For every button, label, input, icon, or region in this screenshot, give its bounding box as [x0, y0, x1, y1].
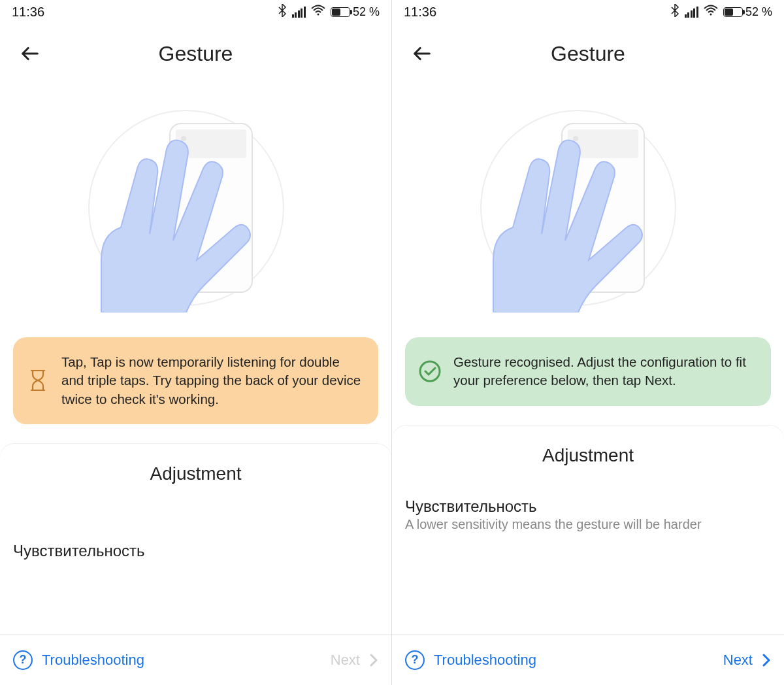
next-label: Next: [331, 652, 360, 669]
wifi-icon: [704, 5, 718, 20]
adjustment-title: Adjustment: [0, 463, 391, 484]
help-icon: ?: [405, 650, 425, 670]
battery-icon: 52 %: [723, 5, 772, 19]
sensitivity-label: Чувствительность: [13, 542, 378, 560]
status-card-text: Gesture recognised. Adjust the configura…: [453, 353, 758, 390]
signal-icon: [292, 7, 306, 18]
bluetooth-icon: [278, 4, 287, 20]
hand-icon: [467, 129, 650, 312]
status-time: 11:36: [12, 5, 44, 20]
status-time: 11:36: [404, 5, 436, 20]
status-bar: 11:36 52 %: [0, 0, 391, 24]
sensitivity-setting[interactable]: Чувствительность A lower sensitivity mea…: [392, 466, 784, 532]
screen-right: 11:36 52 % Gesture: [392, 0, 784, 685]
status-icons: 52 %: [278, 4, 380, 20]
back-button[interactable]: [409, 41, 435, 67]
troubleshooting-button[interactable]: ? Troubleshooting: [13, 650, 144, 670]
title-bar: Gesture: [392, 24, 784, 84]
svg-point-2: [420, 361, 440, 381]
status-card-listening: Tap, Tap is now temporarily listening fo…: [13, 337, 378, 424]
arrow-back-icon: [411, 42, 433, 65]
bottom-bar: ? Troubleshooting Next: [0, 634, 391, 685]
title-bar: Gesture: [0, 24, 391, 84]
next-label: Next: [723, 652, 753, 669]
troubleshooting-label: Troubleshooting: [42, 652, 144, 669]
svg-point-1: [710, 13, 711, 15]
page-title: Gesture: [0, 42, 391, 66]
sensitivity-label: Чувствительность: [405, 497, 771, 516]
back-button[interactable]: [17, 41, 43, 67]
signal-icon: [685, 7, 698, 18]
status-card-success: Gesture recognised. Adjust the configura…: [405, 337, 771, 406]
next-button: Next: [331, 652, 378, 669]
battery-percent: 52 %: [353, 5, 380, 19]
screen-left: 11:36 52 % Gesture: [0, 0, 392, 685]
help-icon: ?: [13, 650, 33, 670]
svg-point-0: [317, 13, 319, 15]
arrow-back-icon: [19, 42, 41, 65]
wifi-icon: [311, 5, 325, 20]
status-bar: 11:36 52 %: [392, 0, 784, 24]
hand-icon: [75, 129, 258, 312]
sensitivity-setting[interactable]: Чувствительность: [0, 484, 391, 560]
page-title: Gesture: [392, 42, 784, 66]
sensitivity-description: A lower sensitivity means the gesture wi…: [405, 517, 771, 532]
gesture-illustration: [0, 84, 391, 326]
status-card-text: Tap, Tap is now temporarily listening fo…: [61, 353, 365, 409]
battery-icon: 52 %: [331, 5, 380, 19]
check-circle-icon: [418, 359, 442, 383]
status-icons: 52 %: [670, 4, 772, 20]
bluetooth-icon: [670, 4, 679, 20]
battery-percent: 52 %: [745, 5, 772, 19]
adjustment-title: Adjustment: [392, 445, 784, 466]
bottom-bar: ? Troubleshooting Next: [392, 634, 784, 685]
chevron-right-icon: [369, 653, 378, 667]
troubleshooting-button[interactable]: ? Troubleshooting: [405, 650, 536, 670]
chevron-right-icon: [762, 653, 771, 667]
next-button[interactable]: Next: [723, 652, 771, 669]
hourglass-icon: [26, 369, 50, 392]
gesture-illustration: [392, 84, 784, 326]
troubleshooting-label: Troubleshooting: [434, 652, 536, 669]
